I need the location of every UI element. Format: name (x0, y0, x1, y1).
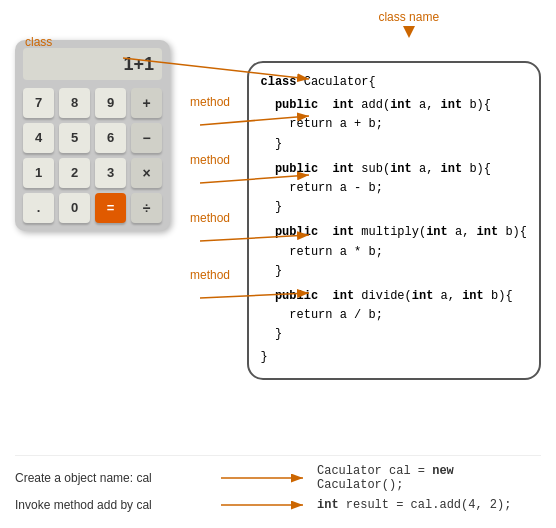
btn-minus[interactable]: − (131, 123, 162, 153)
code-box: class Caculator{ public int add(int a, i… (247, 61, 542, 380)
calc-display: 1+1 (23, 48, 162, 80)
code-method-sub-close: } (261, 198, 528, 217)
bottom-code-2: int result = cal.add(4, 2); (317, 498, 511, 512)
code-method-div-close: } (261, 325, 528, 344)
btn-0[interactable]: 0 (59, 193, 90, 223)
code-method-mul-close: } (261, 262, 528, 281)
code-method-div-sig: public int divide(int a, int b){ (261, 287, 528, 306)
main-container: class 1+1 7 8 9 + 4 5 6 − 1 2 3 (0, 0, 556, 528)
btn-divide[interactable]: ÷ (131, 193, 162, 223)
calc-buttons: 7 8 9 + 4 5 6 − 1 2 3 × . 0 (23, 88, 162, 223)
class-name-arrow-down (403, 26, 415, 38)
btn-6[interactable]: 6 (95, 123, 126, 153)
calculator-wrapper: class 1+1 7 8 9 + 4 5 6 − 1 2 3 (15, 40, 185, 231)
code-method-div-body: return a / b; (261, 306, 528, 325)
code-class-line: class Caculator{ (261, 73, 528, 92)
code-method-mul-sig: public int multiply(int a, int b){ (261, 223, 528, 242)
bottom-arrow-1 (221, 471, 311, 485)
bottom-label-1: Create a object name: cal (15, 471, 215, 485)
method-label-1: method (190, 95, 230, 109)
code-close-brace: } (261, 348, 528, 367)
code-method-add-sig: public int add(int a, int b){ (261, 96, 528, 115)
method-label-2: method (190, 153, 230, 167)
code-method-sub-sig: public int sub(int a, int b){ (261, 160, 528, 179)
code-section: class name class Caculator{ public int a… (247, 10, 542, 380)
btn-times[interactable]: × (131, 158, 162, 188)
bottom-code-1: Caculator cal = new Caculator(); (317, 464, 541, 492)
class-name-label: class name (277, 10, 542, 24)
code-method-mul-body: return a * b; (261, 243, 528, 262)
btn-equals[interactable]: = (95, 193, 126, 223)
btn-3[interactable]: 3 (95, 158, 126, 188)
btn-dot[interactable]: . (23, 193, 54, 223)
calculator: 1+1 7 8 9 + 4 5 6 − 1 2 3 × (15, 40, 170, 231)
bottom-label-2: Invoke method add by cal (15, 498, 215, 512)
code-method-sub-body: return a - b; (261, 179, 528, 198)
bottom-row-1: Create a object name: cal Caculator cal … (15, 464, 541, 492)
btn-2[interactable]: 2 (59, 158, 90, 188)
btn-4[interactable]: 4 (23, 123, 54, 153)
svg-marker-0 (403, 26, 415, 38)
class-label: class (25, 35, 52, 49)
btn-8[interactable]: 8 (59, 88, 90, 118)
btn-7[interactable]: 7 (23, 88, 54, 118)
btn-plus[interactable]: + (131, 88, 162, 118)
code-method-add-body: return a + b; (261, 115, 528, 134)
btn-1[interactable]: 1 (23, 158, 54, 188)
method-label-4: method (190, 268, 230, 282)
bottom-arrow-2 (221, 498, 311, 512)
method-label-3: method (190, 211, 230, 225)
code-method-add-close: } (261, 135, 528, 154)
btn-9[interactable]: 9 (95, 88, 126, 118)
btn-5[interactable]: 5 (59, 123, 90, 153)
bottom-row-2: Invoke method add by cal int result = ca… (15, 498, 541, 512)
bottom-section: Create a object name: cal Caculator cal … (15, 455, 541, 518)
